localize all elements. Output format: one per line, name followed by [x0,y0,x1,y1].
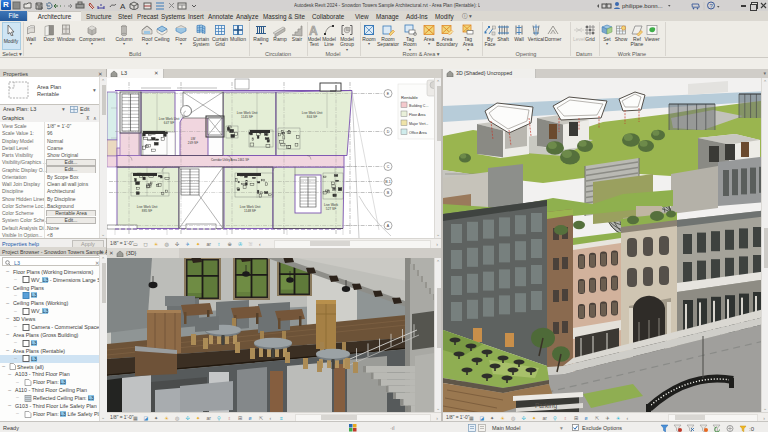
svg-text:Corridor Utility Area 2461 SF: Corridor Utility Area 2461 SF [211,157,249,161]
svg-text:philippe.bonn...: philippe.bonn... [622,3,663,9]
svg-text:Floor Area: Floor Area [409,112,426,116]
svg-text:249 SF: 249 SF [188,141,198,145]
svg-text:Building C...: Building C... [409,103,428,107]
svg-text:527 SF: 527 SF [326,207,336,211]
svg-text:A: A [120,2,126,10]
svg-text:885 SF: 885 SF [142,209,152,213]
svg-text:D: D [387,129,390,133]
svg-text:1145 SF: 1145 SF [241,115,253,119]
svg-text::0: :0 [749,426,755,432]
svg-text:Rentable: Rentable [401,95,418,100]
svg-text:Parking: Parking [535,402,557,410]
svg-text:C: C [387,164,390,168]
svg-text:844 SF: 844 SF [307,115,317,119]
svg-text:Office Area: Office Area [409,130,427,134]
svg-text:1148 SF: 1148 SF [244,209,256,213]
svg-text:647 SF: 647 SF [164,121,174,125]
svg-text:Major Vert...: Major Vert... [409,121,428,125]
svg-text:B.1: B.1 [385,179,390,183]
